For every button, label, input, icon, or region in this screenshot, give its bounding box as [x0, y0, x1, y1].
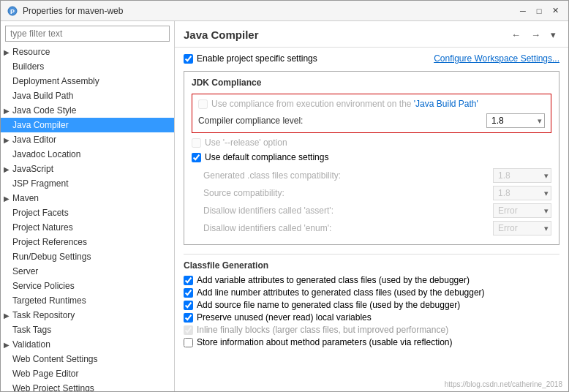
preserve-unused-checkbox[interactable] [184, 313, 193, 323]
sidebar-item-validation[interactable]: ▶ Validation [1, 337, 174, 352]
watermark: https://blog.csdn.net/catherine_2018 [445, 380, 562, 388]
sidebar-item-java-compiler[interactable]: Java Compiler [1, 118, 174, 132]
classfile-item-add-line-number: Add line number attributes to generated … [184, 287, 559, 298]
store-method-params-checkbox[interactable] [184, 338, 193, 347]
arrow-icon: ▶ [4, 48, 10, 56]
classfile-item-add-variable: Add variable attributes to generated cla… [184, 275, 559, 285]
window-icon: P [7, 5, 18, 17]
window-title: Properties for maven-web [23, 6, 516, 16]
use-compliance-text: Use compliance from execution environmen… [211, 99, 478, 109]
sidebar-item-targeted-runtimes[interactable]: Targeted Runtimes [1, 293, 174, 308]
sidebar-item-label: Java Build Path [12, 91, 73, 101]
add-source-file-checkbox[interactable] [184, 301, 193, 310]
compliance-box: Use compliance from execution environmen… [192, 94, 551, 133]
assert-select[interactable]: Error [493, 203, 551, 218]
sidebar-item-java-build-path[interactable]: Java Build Path [1, 88, 174, 103]
use-compliance-checkbox[interactable] [198, 99, 208, 109]
svg-text:P: P [10, 7, 15, 15]
sidebar-item-project-references[interactable]: Project References [1, 235, 174, 249]
add-variable-checkbox[interactable] [184, 276, 193, 285]
assert-select-wrapper: Error [493, 203, 551, 218]
sidebar-item-task-tags[interactable]: Task Tags [1, 323, 174, 337]
source-compat-row: Source compatibility: 1.8 [192, 186, 551, 200]
sidebar-item-project-natures[interactable]: Project Natures [1, 220, 174, 235]
enable-row: Enable project specific settings Configu… [184, 53, 559, 64]
sidebar-item-web-content-settings[interactable]: Web Content Settings [1, 352, 174, 366]
add-line-number-checkbox[interactable] [184, 288, 193, 298]
compiler-level-row: Compiler compliance level: 1.8 11 17 [198, 113, 545, 128]
minimize-button[interactable]: ─ [516, 4, 530, 18]
sidebar-item-deployment-assembly[interactable]: Deployment Assembly [1, 74, 174, 88]
sidebar-item-label: Builders [12, 61, 44, 72]
sidebar-item-label: JSP Fragment [12, 178, 68, 189]
sidebar-item-label: Java Code Style [12, 105, 76, 116]
sidebar-item-project-facets[interactable]: Project Facets [1, 206, 174, 220]
nav-dropdown-button[interactable]: ▾ [547, 27, 559, 42]
sidebar-item-resource[interactable]: ▶ Resource [1, 45, 174, 59]
use-compliance-row: Use compliance from execution environmen… [198, 99, 545, 109]
sidebar-item-run-debug-settings[interactable]: Run/Debug Settings [1, 249, 174, 264]
classfile-section: Classfile Generation Add variable attrib… [184, 254, 559, 347]
jdk-compliance-section: JDK Compliance Use compliance from execu… [184, 71, 559, 245]
configure-workspace-link[interactable]: Configure Workspace Settings... [434, 53, 559, 64]
sidebar-item-label: Resource [12, 47, 50, 57]
sidebar-item-label: Task Repository [12, 310, 75, 320]
generated-class-select[interactable]: 1.8 [493, 168, 551, 183]
compiler-level-select[interactable]: 1.8 11 17 [486, 113, 545, 128]
classfile-item-store-method-params: Store information about method parameter… [184, 337, 559, 347]
close-button[interactable]: ✕ [548, 4, 562, 18]
sidebar-item-jsp-fragment[interactable]: JSP Fragment [1, 176, 174, 191]
release-option-label: Use '--release' option [205, 137, 287, 148]
sidebar-item-label: Javadoc Location [12, 149, 80, 159]
sidebar-item-label: JavaScript [12, 164, 53, 174]
java-build-path-link[interactable]: 'Java Build Path' [414, 99, 478, 109]
default-compliance-row: Use default compliance settings [192, 152, 551, 162]
nav-forward-button[interactable]: → [527, 27, 544, 42]
panel-title: Java Compiler [184, 29, 259, 41]
filter-input[interactable] [5, 26, 170, 42]
sidebar-item-label: Project References [12, 237, 87, 247]
sidebar-item-task-repository[interactable]: ▶ Task Repository [1, 308, 174, 323]
main-header: Java Compiler ← → ▾ [175, 21, 568, 48]
inline-finally-label: Inline finally blocks (larger class file… [197, 325, 448, 335]
sidebar-item-label: Java Editor [12, 135, 56, 145]
sidebar-item-javadoc-location[interactable]: Javadoc Location [1, 147, 174, 162]
sidebar-item-label: Deployment Assembly [12, 76, 99, 86]
enable-specific-settings-label[interactable]: Enable project specific settings [184, 53, 317, 64]
title-bar: P Properties for maven-web ─ □ ✕ [1, 1, 568, 21]
sidebar-item-builders[interactable]: Builders [1, 59, 174, 74]
release-option-checkbox[interactable] [192, 138, 201, 148]
generated-class-label: Generated .class files compatibility: [203, 170, 341, 181]
arrow-icon: ▶ [4, 136, 10, 144]
sidebar: ▶ Resource Builders Deployment Assembly … [1, 21, 175, 391]
default-compliance-checkbox[interactable] [192, 153, 201, 162]
assert-label: Disallow identifiers called 'assert': [203, 206, 334, 216]
sidebar-item-server[interactable]: Server [1, 264, 174, 279]
sidebar-item-label: Targeted Runtimes [12, 295, 86, 306]
enum-select[interactable]: Error [493, 221, 551, 235]
arrow-icon: ▶ [4, 165, 10, 173]
sidebar-item-label: Web Project Settings [12, 383, 94, 391]
sidebar-item-label: Project Natures [12, 222, 73, 233]
sidebar-item-javascript[interactable]: ▶ JavaScript [1, 162, 174, 176]
store-method-params-label: Store information about method parameter… [197, 337, 453, 347]
arrow-icon: ▶ [4, 195, 10, 203]
sidebar-item-java-code-style[interactable]: ▶ Java Code Style [1, 103, 174, 118]
nav-back-button[interactable]: ← [508, 27, 524, 42]
sidebar-item-web-project-settings[interactable]: Web Project Settings [1, 381, 174, 391]
enum-label: Disallow identifiers called 'enum': [203, 223, 331, 233]
source-compat-select-wrapper: 1.8 [493, 186, 551, 200]
source-compat-select[interactable]: 1.8 [493, 186, 551, 200]
release-option-row: Use '--release' option [192, 137, 551, 148]
sidebar-item-service-policies[interactable]: Service Policies [1, 279, 174, 293]
sidebar-item-label: Service Policies [12, 281, 75, 291]
sidebar-item-java-editor[interactable]: ▶ Java Editor [1, 132, 174, 147]
maximize-button[interactable]: □ [532, 4, 546, 18]
window-controls: ─ □ ✕ [516, 4, 562, 18]
inline-finally-checkbox[interactable] [184, 325, 193, 335]
sidebar-item-web-page-editor[interactable]: Web Page Editor [1, 366, 174, 381]
sidebar-item-maven[interactable]: ▶ Maven [1, 191, 174, 206]
enable-specific-settings-checkbox[interactable] [184, 54, 193, 64]
enum-row: Disallow identifiers called 'enum': Erro… [192, 221, 551, 235]
add-line-number-label: Add line number attributes to generated … [197, 287, 485, 298]
